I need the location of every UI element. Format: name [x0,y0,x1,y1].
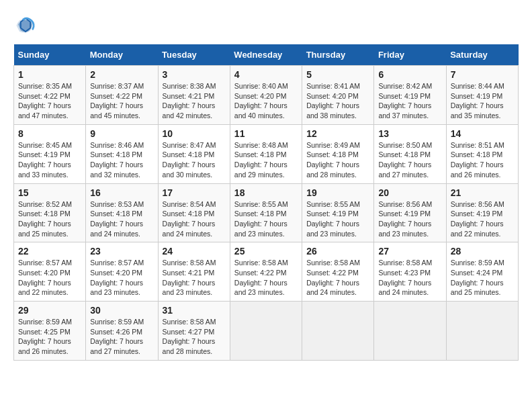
calendar-cell: 13 Sunrise: 8:50 AMSunset: 4:18 PMDaylig… [374,124,446,183]
calendar-cell: 28 Sunrise: 8:59 AMSunset: 4:24 PMDaylig… [446,242,518,302]
day-number: 5 [306,69,369,80]
day-number: 19 [306,187,369,198]
day-number: 12 [306,128,369,139]
day-info: Sunrise: 8:42 AMSunset: 4:19 PMDaylight:… [378,81,441,121]
calendar-cell: 11 Sunrise: 8:48 AMSunset: 4:18 PMDaylig… [230,124,302,183]
logo [13,13,40,38]
day-number: 29 [18,305,81,316]
weekday-header-sunday: Sunday [14,44,86,66]
day-number: 4 [234,69,298,80]
calendar-week-1: 1 Sunrise: 8:35 AMSunset: 4:22 PMDayligh… [14,66,519,125]
calendar-cell: 31 Sunrise: 8:58 AMSunset: 4:27 PMDaylig… [158,302,230,361]
calendar-cell: 5 Sunrise: 8:41 AMSunset: 4:20 PMDayligh… [302,66,374,125]
calendar-cell: 27 Sunrise: 8:58 AMSunset: 4:23 PMDaylig… [374,242,446,302]
day-number: 31 [163,305,226,316]
day-info: Sunrise: 8:58 AMSunset: 4:27 PMDaylight:… [163,317,226,357]
day-number: 2 [90,69,153,80]
day-info: Sunrise: 8:52 AMSunset: 4:18 PMDaylight:… [18,199,81,239]
calendar-cell: 30 Sunrise: 8:59 AMSunset: 4:26 PMDaylig… [86,302,158,361]
page-header [13,13,519,38]
weekday-header-friday: Friday [374,44,446,66]
day-info: Sunrise: 8:48 AMSunset: 4:18 PMDaylight:… [234,140,298,180]
day-info: Sunrise: 8:56 AMSunset: 4:19 PMDaylight:… [451,199,514,239]
day-number: 14 [451,128,514,139]
calendar-cell: 24 Sunrise: 8:58 AMSunset: 4:21 PMDaylig… [158,242,230,302]
calendar-week-5: 29 Sunrise: 8:59 AMSunset: 4:25 PMDaylig… [14,302,519,361]
calendar-cell [230,302,302,361]
day-info: Sunrise: 8:59 AMSunset: 4:26 PMDaylight:… [90,317,153,357]
day-info: Sunrise: 8:53 AMSunset: 4:18 PMDaylight:… [90,199,153,239]
day-number: 25 [234,246,298,257]
calendar-cell: 22 Sunrise: 8:57 AMSunset: 4:20 PMDaylig… [14,242,86,302]
weekday-header-thursday: Thursday [302,44,374,66]
day-number: 28 [451,246,514,257]
weekday-header-tuesday: Tuesday [158,44,230,66]
day-info: Sunrise: 8:58 AMSunset: 4:21 PMDaylight:… [163,258,226,298]
day-number: 27 [378,246,441,257]
calendar-cell: 20 Sunrise: 8:56 AMSunset: 4:19 PMDaylig… [374,183,446,242]
day-info: Sunrise: 8:57 AMSunset: 4:20 PMDaylight:… [18,258,81,298]
day-number: 21 [451,187,514,198]
calendar-cell: 23 Sunrise: 8:57 AMSunset: 4:20 PMDaylig… [86,242,158,302]
day-number: 13 [378,128,441,139]
calendar-cell: 3 Sunrise: 8:38 AMSunset: 4:21 PMDayligh… [158,66,230,125]
day-info: Sunrise: 8:35 AMSunset: 4:22 PMDaylight:… [18,81,81,121]
day-number: 11 [234,128,298,139]
calendar-cell: 1 Sunrise: 8:35 AMSunset: 4:22 PMDayligh… [14,66,86,125]
calendar-table: SundayMondayTuesdayWednesdayThursdayFrid… [13,44,519,361]
day-number: 10 [163,128,226,139]
day-info: Sunrise: 8:58 AMSunset: 4:22 PMDaylight:… [234,258,298,298]
calendar-cell: 21 Sunrise: 8:56 AMSunset: 4:19 PMDaylig… [446,183,518,242]
weekday-header-saturday: Saturday [446,44,518,66]
calendar-cell: 17 Sunrise: 8:54 AMSunset: 4:18 PMDaylig… [158,183,230,242]
weekday-header-wednesday: Wednesday [230,44,302,66]
day-number: 1 [18,69,81,80]
calendar-cell: 14 Sunrise: 8:51 AMSunset: 4:18 PMDaylig… [446,124,518,183]
calendar-cell: 4 Sunrise: 8:40 AMSunset: 4:20 PMDayligh… [230,66,302,125]
calendar-week-2: 8 Sunrise: 8:45 AMSunset: 4:19 PMDayligh… [14,124,519,183]
calendar-cell [374,302,446,361]
day-info: Sunrise: 8:40 AMSunset: 4:20 PMDaylight:… [234,81,298,121]
day-info: Sunrise: 8:38 AMSunset: 4:21 PMDaylight:… [163,81,226,121]
day-number: 16 [90,187,153,198]
calendar-cell [446,302,518,361]
day-number: 26 [306,246,369,257]
day-number: 15 [18,187,81,198]
day-number: 24 [163,246,226,257]
calendar-cell: 15 Sunrise: 8:52 AMSunset: 4:18 PMDaylig… [14,183,86,242]
weekday-header-monday: Monday [86,44,158,66]
day-info: Sunrise: 8:58 AMSunset: 4:23 PMDaylight:… [378,258,441,298]
day-number: 22 [18,246,81,257]
calendar-cell: 26 Sunrise: 8:58 AMSunset: 4:22 PMDaylig… [302,242,374,302]
day-number: 7 [451,69,514,80]
calendar-cell: 6 Sunrise: 8:42 AMSunset: 4:19 PMDayligh… [374,66,446,125]
day-number: 30 [90,305,153,316]
day-info: Sunrise: 8:50 AMSunset: 4:18 PMDaylight:… [378,140,441,180]
day-number: 17 [163,187,226,198]
calendar-cell: 29 Sunrise: 8:59 AMSunset: 4:25 PMDaylig… [14,302,86,361]
day-number: 23 [90,246,153,257]
day-info: Sunrise: 8:59 AMSunset: 4:24 PMDaylight:… [451,258,514,298]
calendar-cell: 12 Sunrise: 8:49 AMSunset: 4:18 PMDaylig… [302,124,374,183]
day-info: Sunrise: 8:49 AMSunset: 4:18 PMDaylight:… [306,140,369,180]
calendar-cell: 9 Sunrise: 8:46 AMSunset: 4:18 PMDayligh… [86,124,158,183]
calendar-cell: 25 Sunrise: 8:58 AMSunset: 4:22 PMDaylig… [230,242,302,302]
day-info: Sunrise: 8:44 AMSunset: 4:19 PMDaylight:… [451,81,514,121]
day-info: Sunrise: 8:45 AMSunset: 4:19 PMDaylight:… [18,140,81,180]
day-info: Sunrise: 8:59 AMSunset: 4:25 PMDaylight:… [18,317,81,357]
day-number: 20 [378,187,441,198]
day-info: Sunrise: 8:56 AMSunset: 4:19 PMDaylight:… [378,199,441,239]
day-info: Sunrise: 8:46 AMSunset: 4:18 PMDaylight:… [90,140,153,180]
calendar-cell: 8 Sunrise: 8:45 AMSunset: 4:19 PMDayligh… [14,124,86,183]
calendar-cell: 7 Sunrise: 8:44 AMSunset: 4:19 PMDayligh… [446,66,518,125]
day-info: Sunrise: 8:37 AMSunset: 4:22 PMDaylight:… [90,81,153,121]
day-info: Sunrise: 8:58 AMSunset: 4:22 PMDaylight:… [306,258,369,298]
day-number: 9 [90,128,153,139]
day-number: 3 [163,69,226,80]
day-info: Sunrise: 8:55 AMSunset: 4:19 PMDaylight:… [306,199,369,239]
calendar-cell: 10 Sunrise: 8:47 AMSunset: 4:18 PMDaylig… [158,124,230,183]
day-info: Sunrise: 8:57 AMSunset: 4:20 PMDaylight:… [90,258,153,298]
day-info: Sunrise: 8:55 AMSunset: 4:18 PMDaylight:… [234,199,298,239]
day-info: Sunrise: 8:54 AMSunset: 4:18 PMDaylight:… [163,199,226,239]
logo-icon [13,13,38,38]
